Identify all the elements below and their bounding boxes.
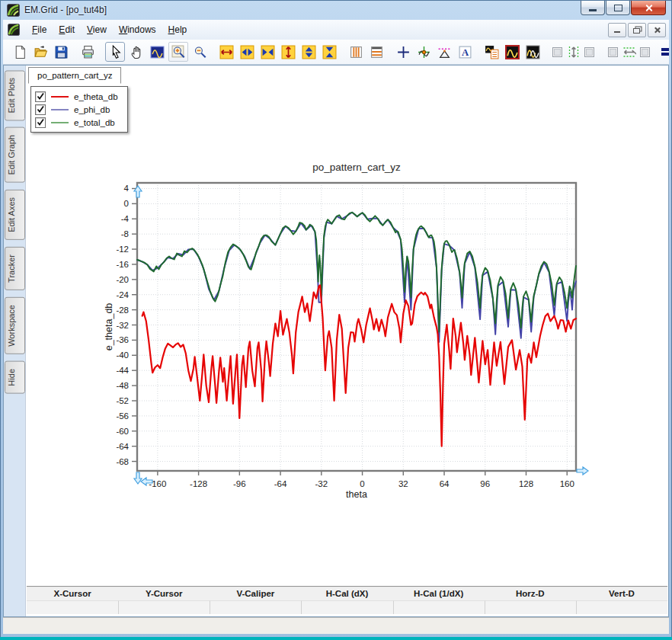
y-shrink-icon[interactable] [299, 43, 318, 61]
svg-text:4: 4 [124, 184, 130, 193]
svg-text:160: 160 [560, 479, 574, 488]
cursor-header-h-cal-dx-: H-Cal (dX) [301, 587, 392, 600]
cursor-header-horz-d: Horz-D [485, 587, 576, 600]
print-icon[interactable] [78, 43, 97, 61]
handle-right-icon[interactable] [577, 467, 588, 475]
minimize-button[interactable] [581, 1, 605, 15]
menu-view[interactable]: View [81, 22, 113, 37]
svg-text:-52: -52 [116, 396, 129, 405]
column-layout-icon[interactable] [347, 43, 365, 61]
row-layout-icon[interactable] [367, 43, 386, 61]
y-lock-left-checkbox[interactable] [550, 43, 565, 61]
legend-box[interactable]: e_theta_dbe_phi_dbe_total_db [30, 86, 128, 133]
svg-text:-48: -48 [116, 381, 129, 390]
sidebar-tab-workspace[interactable]: Workspace [5, 297, 25, 354]
svg-text:A: A [461, 47, 469, 58]
menu-bar: FileEditViewWindowsHelp [3, 20, 669, 40]
x-shrink-icon[interactable] [238, 43, 256, 61]
plot-area[interactable]: -160-128-96-64-32032649612816040-4-8-12-… [26, 66, 669, 584]
cursor-value-cell [27, 600, 118, 614]
open-folder-icon[interactable] [31, 43, 50, 61]
caliper-icon[interactable] [435, 43, 453, 61]
zoom-in-icon[interactable] [168, 42, 188, 62]
svg-text:-44: -44 [116, 366, 129, 375]
mdi-minimize-button[interactable] [608, 23, 626, 37]
app-logo-icon [7, 4, 20, 17]
tracker-icon[interactable] [414, 43, 433, 61]
sidebar-tab-edit-plots[interactable]: Edit Plots [5, 70, 25, 120]
new-document-icon[interactable] [11, 43, 29, 61]
x-compress-icon[interactable] [258, 43, 277, 61]
layout-button[interactable]: Layout [661, 46, 669, 58]
x-scale-arrow-icon[interactable] [622, 43, 637, 61]
side-tab-strip: Edit PlotsEdit GraphEdit AxesTrackerWork… [4, 66, 25, 616]
mdi-restore-button[interactable] [628, 23, 646, 37]
menu-help[interactable]: Help [162, 22, 194, 37]
legend-label: e_total_db [74, 118, 115, 127]
svg-text:-56: -56 [116, 411, 129, 421]
toolbar-group [550, 43, 597, 61]
y-lock-group [550, 43, 597, 61]
menu-windows[interactable]: Windows [113, 22, 162, 37]
toolbar-group [78, 43, 97, 61]
single-curve-icon[interactable] [503, 43, 521, 61]
handle-up-icon[interactable] [134, 186, 142, 197]
x-lock-right-checkbox[interactable] [638, 43, 653, 61]
maximize-button[interactable] [606, 1, 630, 15]
pan-hand-icon[interactable] [127, 43, 146, 61]
cursor-value-cell [301, 600, 392, 614]
maximize-icon [614, 5, 622, 11]
y-compress-icon[interactable] [320, 43, 338, 61]
svg-text:-8: -8 [121, 229, 129, 238]
legend-swatch [51, 122, 69, 123]
legend-icon[interactable] [482, 43, 501, 61]
toolbar-group [482, 43, 542, 61]
x-lock-left-checkbox[interactable] [606, 43, 621, 61]
legend-checkbox-e_theta_db[interactable] [35, 91, 46, 102]
sidebar-tab-edit-axes[interactable]: Edit Axes [5, 190, 25, 240]
sidebar-tab-hide[interactable]: Hide [5, 361, 25, 394]
select-arrow-icon[interactable] [105, 42, 125, 62]
y-lock-right-checkbox[interactable] [582, 43, 597, 61]
title-bar[interactable]: EM.Grid - [po_tut4b] [0, 0, 672, 20]
curve-e_theta_db[interactable] [142, 285, 576, 446]
svg-text:-36: -36 [116, 335, 129, 344]
document-tab[interactable]: po_pattern_cart_yz [28, 67, 121, 84]
handle-down-icon[interactable] [134, 472, 142, 484]
svg-text:-16: -16 [116, 260, 129, 269]
menu-file[interactable]: File [26, 22, 53, 37]
multi-curve-icon[interactable] [523, 43, 542, 61]
y-scale-arrow-icon[interactable] [566, 43, 581, 61]
crosshair-icon[interactable] [394, 43, 412, 61]
svg-text:-68: -68 [116, 457, 129, 466]
menu-edit[interactable]: Edit [53, 22, 81, 37]
legend-label: e_theta_db [74, 92, 118, 101]
cursor-value-cell [210, 600, 301, 614]
close-button[interactable] [631, 1, 666, 15]
menu-items: FileEditViewWindowsHelp [26, 22, 193, 37]
sidebar-tab-edit-graph[interactable]: Edit Graph [5, 127, 25, 183]
mdi-restore-icon [633, 28, 640, 34]
layout-bars-icon [661, 46, 669, 58]
save-icon[interactable] [52, 43, 70, 61]
cursor-value-cell [118, 600, 210, 614]
svg-text:-64: -64 [116, 442, 129, 451]
x-expand-icon[interactable] [217, 43, 235, 61]
toolbar-group [217, 43, 338, 61]
svg-text:-20: -20 [116, 275, 129, 284]
app-window: EM.Grid - [po_tut4b] FileEditViewWindows… [0, 0, 672, 640]
svg-text:-128: -128 [190, 479, 207, 488]
curves [137, 213, 576, 446]
y-expand-icon[interactable] [279, 43, 297, 61]
sidebar-tab-tracker[interactable]: Tracker [5, 247, 25, 290]
x-lock-group [606, 43, 653, 61]
mdi-close-button[interactable] [648, 23, 666, 37]
toolbar-group [606, 43, 653, 61]
legend-checkbox-e_phi_db[interactable] [35, 104, 46, 115]
curve-e_total_db[interactable] [137, 213, 576, 332]
legend-checkbox-e_total_db[interactable] [35, 117, 46, 128]
text-label-icon[interactable]: A [456, 43, 474, 61]
cursor-value-row [27, 600, 667, 614]
zoom-box-icon[interactable] [148, 43, 166, 61]
zoom-out-icon[interactable] [190, 43, 209, 61]
